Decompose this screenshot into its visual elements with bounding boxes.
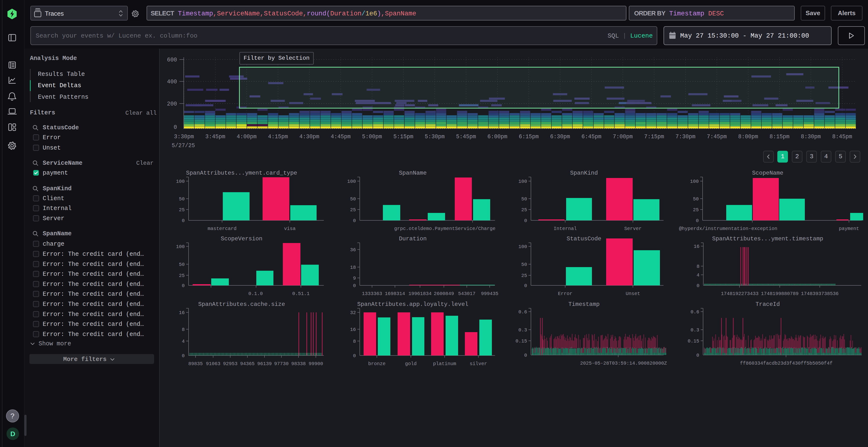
svg-text:Server: Server (624, 226, 642, 232)
svg-text:2600849: 2600849 (434, 291, 454, 297)
svg-text:0.15: 0.15 (688, 338, 699, 344)
svg-text:SpanAttributes...yment.timesta: SpanAttributes...yment.timestamp (712, 236, 824, 242)
svg-text:50: 50 (179, 262, 185, 267)
svg-text:TraceId: TraceId (756, 301, 780, 308)
svg-text:Timestamp: Timestamp (568, 301, 600, 308)
svg-text:50: 50 (179, 196, 185, 202)
svg-text:100: 100 (518, 244, 527, 249)
svg-text:0.3: 0.3 (518, 327, 527, 333)
svg-text:Duration: Duration (399, 236, 427, 242)
svg-text:0.1.0: 0.1.0 (248, 291, 263, 297)
svg-text:100: 100 (176, 244, 185, 249)
svg-text:0: 0 (353, 218, 356, 224)
svg-text:0: 0 (696, 353, 699, 358)
svg-text:50: 50 (521, 262, 527, 267)
svg-text:16: 16 (179, 310, 185, 315)
svg-text:Internal: Internal (554, 226, 577, 232)
svg-text:ff860334facdb23d3f430ff5b5050f: ff860334facdb23d3f430ff5b5050f4f (740, 360, 833, 366)
svg-text:StatusCode: StatusCode (567, 236, 601, 242)
svg-text:SpanKind: SpanKind (570, 170, 598, 176)
svg-text:8:15pm: 8:15pm (770, 134, 789, 140)
svg-text:SpanName: SpanName (399, 170, 427, 176)
svg-text:8:00pm: 8:00pm (738, 134, 758, 140)
svg-text:SpanAttributes.app.loyalty.lev: SpanAttributes.app.loyalty.level (357, 301, 468, 308)
svg-text:6:30pm: 6:30pm (550, 134, 570, 140)
svg-text:3:30pm: 3:30pm (174, 134, 194, 140)
svg-text:1748393738536: 1748393738536 (801, 291, 839, 297)
svg-text:5/27/25: 5/27/25 (172, 143, 195, 149)
svg-text:5:00pm: 5:00pm (362, 134, 382, 140)
svg-text:19961834: 19961834 (408, 291, 432, 297)
svg-text:6:15pm: 6:15pm (519, 134, 539, 140)
svg-text:5:45pm: 5:45pm (456, 134, 476, 140)
svg-text:0: 0 (696, 283, 700, 288)
svg-text:3:45pm: 3:45pm (206, 134, 225, 140)
svg-text:?: ? (10, 412, 15, 420)
svg-text:4: 4 (182, 339, 185, 344)
svg-text:gold: gold (405, 361, 416, 367)
svg-text:50: 50 (521, 196, 527, 202)
svg-text:543017: 543017 (458, 291, 475, 297)
svg-text:4:15pm: 4:15pm (268, 134, 288, 140)
svg-text:400: 400 (167, 79, 177, 85)
svg-text:8: 8 (696, 264, 700, 269)
svg-text:0: 0 (174, 124, 177, 131)
svg-text:D: D (10, 430, 15, 438)
svg-text:4:45pm: 4:45pm (331, 134, 351, 140)
svg-text:4:30pm: 4:30pm (300, 134, 319, 140)
svg-text:100: 100 (347, 179, 356, 184)
svg-text:0.6: 0.6 (690, 309, 699, 315)
svg-text:0.15: 0.15 (516, 338, 527, 344)
svg-text:grpc.oteldemo.PaymentService/C: grpc.oteldemo.PaymentService/Charge (394, 226, 495, 232)
svg-text:silver: silver (470, 361, 487, 367)
svg-text:0.51.1: 0.51.1 (292, 291, 310, 297)
svg-text:5:15pm: 5:15pm (394, 134, 413, 140)
svg-text:0: 0 (696, 218, 699, 224)
svg-text:32: 32 (350, 310, 356, 315)
svg-text:platinum: platinum (433, 361, 456, 367)
svg-text:97730: 97730 (274, 361, 289, 367)
svg-text:50: 50 (350, 196, 356, 202)
svg-text:7:15pm: 7:15pm (644, 134, 664, 140)
svg-text:4: 4 (696, 272, 700, 278)
svg-text:SpanAttributes.cache.size: SpanAttributes.cache.size (198, 301, 285, 308)
svg-text:1698314: 1698314 (385, 291, 405, 297)
svg-text:25: 25 (179, 207, 185, 213)
svg-text:25: 25 (693, 207, 699, 213)
svg-text:96139: 96139 (257, 361, 272, 367)
svg-text:98338: 98338 (291, 361, 306, 367)
svg-text:2025-05-28T03:59:14.900820000Z: 2025-05-28T03:59:14.900820000Z (580, 360, 667, 366)
svg-text:6:00pm: 6:00pm (488, 134, 507, 140)
svg-text:1333363: 1333363 (362, 291, 382, 297)
svg-text:9: 9 (353, 276, 356, 281)
svg-text:0: 0 (524, 283, 527, 288)
svg-text:100: 100 (518, 179, 527, 184)
svg-text:16: 16 (694, 244, 700, 249)
svg-text:200: 200 (167, 101, 177, 107)
svg-text:0: 0 (182, 283, 185, 288)
svg-text:8:30pm: 8:30pm (801, 134, 821, 140)
svg-text:600: 600 (167, 57, 177, 63)
svg-text:89835: 89835 (188, 361, 203, 367)
svg-text:36: 36 (350, 247, 356, 253)
svg-text:91063: 91063 (206, 361, 220, 367)
svg-text:visa: visa (284, 226, 296, 232)
svg-text:0: 0 (353, 353, 356, 358)
svg-text:8:45pm: 8:45pm (832, 134, 852, 140)
svg-text:999435: 999435 (481, 291, 498, 297)
svg-text:25: 25 (179, 273, 185, 278)
svg-text:25: 25 (521, 273, 527, 278)
svg-text:0: 0 (524, 218, 527, 224)
svg-text:0.3: 0.3 (690, 327, 699, 333)
svg-text:8: 8 (353, 339, 356, 344)
svg-text:94365: 94365 (240, 361, 255, 367)
svg-text:0: 0 (182, 353, 185, 358)
svg-text:50: 50 (693, 196, 699, 202)
svg-text:Unset: Unset (626, 291, 640, 297)
svg-text:6:45pm: 6:45pm (582, 134, 601, 140)
svg-text:1748192273433: 1748192273433 (721, 291, 758, 297)
svg-text:5:30pm: 5:30pm (425, 134, 445, 140)
svg-text:18: 18 (350, 265, 356, 270)
svg-text:0.6: 0.6 (518, 309, 527, 315)
svg-text:0: 0 (182, 218, 185, 224)
